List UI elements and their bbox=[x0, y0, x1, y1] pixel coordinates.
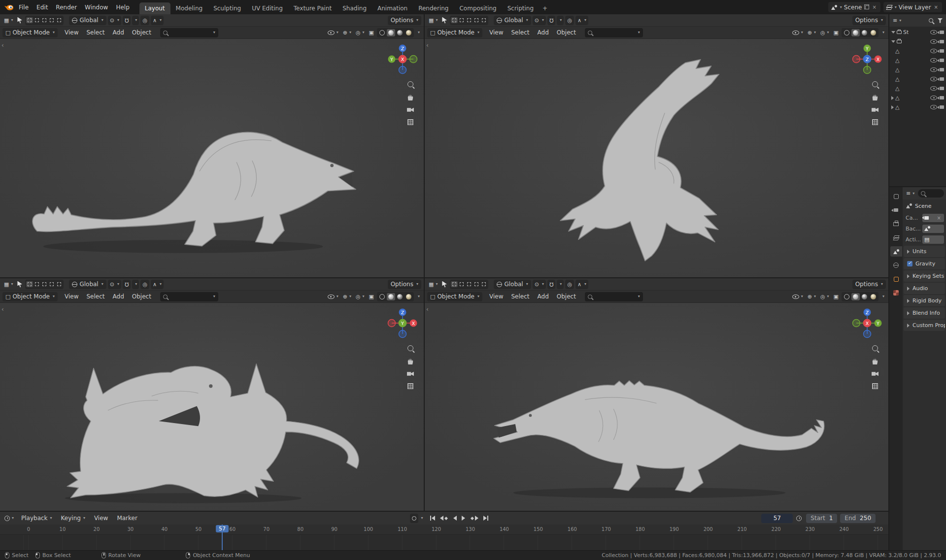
eye-icon[interactable] bbox=[930, 39, 937, 44]
current-frame-field[interactable]: 57 bbox=[761, 514, 793, 523]
viewport-canvas[interactable]: ‹ YZX bbox=[425, 303, 888, 511]
expand-arrow-icon[interactable] bbox=[891, 31, 895, 33]
eye-icon[interactable] bbox=[930, 67, 937, 72]
viewport-menu-object[interactable]: Object bbox=[129, 292, 155, 301]
select-mode-button[interactable] bbox=[480, 17, 487, 23]
panel-gravity[interactable]: Gravity bbox=[904, 258, 945, 269]
shading-material-button[interactable] bbox=[396, 293, 404, 300]
properties-editor-type-button[interactable]: ≡ ▾ bbox=[905, 190, 916, 197]
creature-model-top-right[interactable] bbox=[425, 39, 888, 277]
collapse-arrow-icon[interactable] bbox=[891, 105, 894, 109]
gizmos-dropdown[interactable]: ⊕ ▾ bbox=[806, 29, 817, 36]
viewport-menu-object[interactable]: Object bbox=[129, 28, 155, 37]
select-mode-button[interactable] bbox=[41, 17, 48, 23]
gizmos-dropdown[interactable]: ⊕ ▾ bbox=[341, 29, 353, 36]
select-mode-button[interactable] bbox=[458, 281, 465, 287]
shading-material-button[interactable] bbox=[396, 29, 404, 36]
shading-solid-button[interactable] bbox=[387, 29, 395, 36]
camera-icon[interactable] bbox=[940, 87, 944, 90]
overlays-dropdown[interactable]: ◎ ▾ bbox=[819, 293, 831, 300]
pan-button[interactable] bbox=[872, 358, 878, 364]
shading-rendered-button[interactable] bbox=[405, 29, 413, 36]
editor-type-button[interactable]: ▦ ▾ bbox=[2, 17, 14, 24]
eye-icon[interactable] bbox=[930, 49, 937, 53]
camera-icon[interactable] bbox=[940, 40, 944, 43]
workspace-tab-animation[interactable]: Animation bbox=[372, 2, 413, 14]
snap-settings-dropdown[interactable]: ▾ bbox=[132, 280, 139, 289]
shading-wireframe-button[interactable] bbox=[378, 29, 386, 36]
transform-pivot-dropdown[interactable]: ⊙ ▾ bbox=[108, 280, 121, 289]
transform-pivot-dropdown[interactable]: ⊙ ▾ bbox=[108, 16, 121, 25]
select-mode-button[interactable] bbox=[458, 17, 465, 23]
snap-settings-dropdown[interactable]: ▾ bbox=[132, 16, 139, 25]
outliner-row[interactable]: △ bbox=[889, 65, 946, 74]
timeline-ruler[interactable]: 0102030405060708090100110120130140150160… bbox=[0, 525, 888, 535]
property-value-widget[interactable]: ▤ bbox=[922, 235, 944, 244]
viewport-menu-select[interactable]: Select bbox=[83, 292, 108, 301]
snap-toggle[interactable]: Ω bbox=[547, 280, 555, 289]
workspace-tab-rendering[interactable]: Rendering bbox=[413, 2, 454, 14]
outliner-row[interactable]: △ bbox=[889, 56, 946, 65]
viewport-menu-add[interactable]: Add bbox=[534, 28, 552, 37]
navigation-gizmo[interactable]: XZY bbox=[386, 307, 419, 339]
snap-toggle[interactable]: Ω bbox=[123, 280, 131, 289]
snap-settings-dropdown[interactable]: ▾ bbox=[557, 280, 564, 289]
checkbox-checked-icon[interactable] bbox=[907, 261, 912, 266]
camera-view-button[interactable] bbox=[872, 107, 878, 112]
object-visibility-dropdown[interactable]: ▾ bbox=[326, 294, 340, 300]
camera-icon[interactable] bbox=[940, 59, 944, 62]
camera-icon[interactable] bbox=[940, 105, 944, 109]
start-frame-field[interactable]: Start1 bbox=[806, 514, 837, 523]
viewport-canvas[interactable]: ‹ YZX bbox=[0, 39, 424, 277]
panel-blend-info[interactable]: Blend Info bbox=[904, 307, 945, 319]
properties-search[interactable] bbox=[918, 189, 944, 198]
properties-tab-render[interactable] bbox=[890, 205, 902, 215]
camera-icon[interactable] bbox=[940, 68, 944, 71]
clear-value-button[interactable]: × bbox=[936, 215, 942, 221]
viewport-menu-add[interactable]: Add bbox=[109, 292, 128, 301]
select-mode-button[interactable] bbox=[480, 281, 487, 287]
timeline-editor-type-button[interactable]: ▾ bbox=[3, 515, 15, 522]
shading-dropdown[interactable]: ▾ bbox=[880, 30, 886, 35]
workspace-tab-layout[interactable]: Layout bbox=[139, 2, 170, 14]
viewport-canvas[interactable]: ‹ XZY bbox=[0, 303, 424, 511]
panel-units[interactable]: Units bbox=[904, 246, 945, 257]
timeline-menu-keying[interactable]: Keying▾ bbox=[57, 514, 89, 523]
eye-icon[interactable] bbox=[930, 77, 937, 81]
camera-view-button[interactable] bbox=[407, 107, 414, 112]
shading-solid-button[interactable] bbox=[851, 293, 860, 300]
viewport-canvas[interactable]: ‹ XYZ bbox=[425, 39, 888, 277]
select-mode-button[interactable] bbox=[451, 17, 458, 23]
unlink-scene-button[interactable]: × bbox=[871, 4, 877, 10]
active-tool-button[interactable] bbox=[16, 280, 24, 289]
navigation-gizmo[interactable]: XYZ bbox=[851, 43, 883, 75]
eye-icon[interactable] bbox=[930, 30, 937, 34]
select-mode-button[interactable] bbox=[34, 17, 40, 23]
viewport-menu-object[interactable]: Object bbox=[553, 28, 579, 37]
workspace-tab-modeling[interactable]: Modeling bbox=[170, 2, 208, 14]
transform-pivot-dropdown[interactable]: ⊙ ▾ bbox=[533, 280, 546, 289]
select-mode-button[interactable] bbox=[48, 17, 55, 23]
shading-rendered-button[interactable] bbox=[869, 29, 878, 36]
snap-toggle[interactable]: Ω bbox=[547, 16, 555, 25]
panel-audio[interactable]: Audio bbox=[904, 283, 945, 294]
editor-type-button[interactable]: ▦ ▾ bbox=[2, 281, 14, 288]
shading-dropdown[interactable]: ▾ bbox=[415, 30, 421, 35]
viewport-menu-select[interactable]: Select bbox=[508, 28, 533, 37]
transform-orientation-dropdown[interactable]: Global ▾ bbox=[69, 280, 106, 289]
shading-rendered-button[interactable] bbox=[405, 293, 413, 300]
shading-material-button[interactable] bbox=[860, 29, 869, 36]
viewport-menu-select[interactable]: Select bbox=[83, 28, 108, 37]
shading-dropdown[interactable]: ▾ bbox=[415, 294, 421, 299]
new-scene-button[interactable] bbox=[865, 5, 869, 9]
select-mode-button[interactable] bbox=[466, 281, 473, 287]
outliner-editor-type-button[interactable]: ≡ ▾ bbox=[891, 17, 903, 24]
shading-dropdown[interactable]: ▾ bbox=[880, 294, 886, 299]
proportional-editing-toggle[interactable]: ◎ bbox=[140, 280, 149, 289]
overlays-dropdown[interactable]: ◎ ▾ bbox=[354, 293, 366, 300]
select-mode-button[interactable] bbox=[41, 281, 48, 287]
timeline-menu-playback[interactable]: Playback▾ bbox=[17, 514, 56, 523]
proportional-falloff-dropdown[interactable]: ∧ ▾ bbox=[151, 280, 164, 289]
play-button[interactable] bbox=[460, 514, 467, 522]
eye-icon[interactable] bbox=[930, 58, 937, 63]
